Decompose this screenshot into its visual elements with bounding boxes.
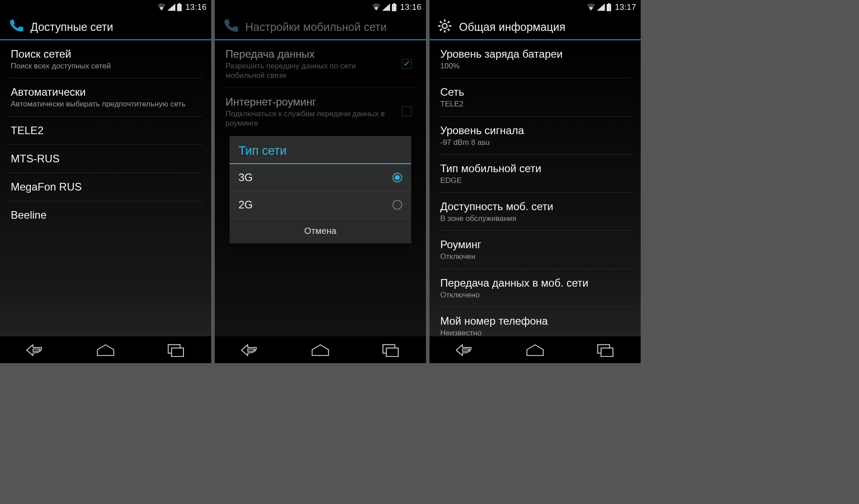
list-item-signal[interactable]: Уровень сигнала -97 dBm 8 asu: [438, 117, 632, 155]
page-title: Общая информация: [459, 21, 566, 34]
nav-bar: [430, 336, 641, 363]
page-title: Настройки мобильной сети: [245, 21, 387, 34]
item-title: Beeline: [11, 208, 199, 222]
home-button[interactable]: [302, 341, 338, 359]
item-subtitle: Отключено: [440, 290, 628, 300]
title-bar: Доступные сети: [0, 14, 211, 40]
back-button[interactable]: [17, 341, 53, 359]
list-item-auto[interactable]: Автоматически Автоматически выбирать пре…: [9, 78, 202, 116]
item-title: MegaFon RUS: [11, 180, 199, 194]
battery-icon: [177, 3, 182, 11]
item-subtitle: EDGE: [440, 176, 628, 185]
item-subtitle: Подключаться к службам передачи данных в…: [225, 109, 395, 128]
recent-button[interactable]: [158, 341, 194, 359]
phone-icon: [8, 18, 23, 35]
content-list[interactable]: Поиск сетей Поиск всех доступных сетей А…: [0, 40, 211, 336]
item-title: Интернет-роуминг: [225, 95, 395, 109]
item-subtitle: -97 dBm 8 asu: [440, 138, 628, 147]
nav-bar: [0, 336, 211, 363]
content-list: Передача данных Разрешить передачу данны…: [215, 40, 426, 336]
svg-rect-9: [607, 4, 611, 11]
list-item-tele2[interactable]: TELE2: [9, 117, 202, 145]
list-item-data[interactable]: Передача данных Разрешить передачу данны…: [224, 40, 417, 88]
home-button[interactable]: [517, 341, 553, 359]
clock-text: 13:16: [185, 3, 207, 12]
svg-line-18: [448, 21, 450, 23]
recent-button[interactable]: [587, 341, 623, 359]
page-title: Доступные сети: [30, 21, 113, 34]
list-item-availability[interactable]: Доступность моб. сети В зоне обслуживани…: [438, 193, 632, 231]
svg-line-17: [440, 29, 442, 31]
list-item-roaming[interactable]: Интернет-роуминг Подключаться к службам …: [224, 88, 417, 136]
back-button[interactable]: [232, 341, 268, 359]
svg-rect-0: [179, 3, 180, 4]
battery-icon: [607, 3, 611, 11]
wifi-icon: [157, 4, 166, 11]
item-subtitle: В зоне обслуживания: [440, 214, 628, 223]
item-subtitle: 100%: [440, 61, 628, 71]
item-subtitle: Разрешить передачу данных по сети мобиль…: [225, 61, 395, 80]
title-bar: Общая информация: [430, 14, 641, 40]
status-bar: 13:16: [215, 0, 426, 14]
checkbox[interactable]: [400, 105, 413, 118]
svg-rect-5: [392, 4, 396, 11]
title-bar: Настройки мобильной сети: [215, 14, 426, 40]
item-title: Уровень заряда батареи: [440, 47, 628, 61]
item-subtitle: Отключен: [440, 252, 628, 261]
clock-text: 13:16: [400, 3, 421, 12]
svg-rect-1: [177, 4, 182, 11]
wifi-icon: [372, 4, 380, 11]
item-title: Тип мобильной сети: [440, 162, 628, 175]
item-subtitle: Автоматически выбирать предпочтительную …: [11, 99, 199, 109]
phone-screen-general-info: 13:17 Общая информация Уровень заряда ба…: [430, 0, 641, 363]
item-title: MTS-RUS: [11, 152, 199, 165]
svg-line-16: [448, 29, 450, 31]
list-item-roaming[interactable]: Роуминг Отключен: [438, 231, 632, 269]
phone-screen-available-networks: 13:16 Доступные сети Поиск сетей Поиск в…: [0, 0, 211, 363]
svg-point-10: [442, 24, 447, 29]
item-title: Уровень сигнала: [440, 124, 628, 137]
wifi-icon: [587, 4, 595, 11]
content-list[interactable]: Уровень заряда батареи 100% Сеть TELE2 У…: [430, 40, 641, 336]
item-subtitle: Поиск всех доступных сетей: [11, 61, 199, 71]
item-title: Сеть: [440, 85, 628, 99]
item-subtitle: Неизвестно: [440, 328, 628, 336]
recent-button[interactable]: [373, 341, 408, 359]
checkbox[interactable]: [400, 57, 413, 71]
list-item-data[interactable]: Передача данных в моб. сети Отключено: [438, 269, 632, 307]
clock-text: 13:17: [615, 3, 636, 12]
home-button[interactable]: [88, 341, 123, 359]
phone-screen-mobile-network-settings: 13:16 Настройки мобильной сети Передача …: [215, 0, 426, 363]
list-item-network[interactable]: Сеть TELE2: [438, 78, 632, 116]
item-title: Передача данных: [225, 47, 395, 61]
item-title: Передача данных в моб. сети: [440, 276, 628, 290]
gear-icon: [438, 19, 452, 35]
signal-icon: [597, 4, 605, 11]
list-item-nettype[interactable]: Тип мобильной сети EDGE: [438, 155, 632, 193]
status-bar: 13:17: [430, 0, 641, 14]
list-item-phone-number[interactable]: Мой номер телефона Неизвестно: [438, 307, 632, 336]
item-title: TELE2: [11, 124, 199, 137]
list-item-megafon[interactable]: MegaFon RUS: [9, 173, 202, 201]
svg-rect-7: [387, 348, 399, 356]
item-title: Автоматически: [11, 85, 199, 99]
svg-rect-4: [393, 3, 395, 4]
back-button[interactable]: [447, 341, 483, 359]
svg-rect-3: [172, 348, 184, 356]
item-subtitle: TELE2: [440, 99, 628, 109]
list-item-search[interactable]: Поиск сетей Поиск всех доступных сетей: [9, 40, 202, 78]
list-item-beeline[interactable]: Beeline: [9, 201, 202, 229]
svg-rect-8: [608, 3, 610, 4]
item-title: Доступность моб. сети: [440, 200, 628, 213]
item-title: Мой номер телефона: [440, 314, 628, 328]
item-title: Поиск сетей: [11, 47, 199, 61]
phone-icon: [223, 18, 238, 35]
svg-rect-20: [601, 348, 613, 356]
list-item-mts[interactable]: MTS-RUS: [9, 145, 202, 173]
list-item-battery[interactable]: Уровень заряда батареи 100%: [438, 40, 632, 78]
signal-icon: [167, 4, 175, 11]
nav-bar: [215, 336, 426, 363]
signal-icon: [382, 4, 390, 11]
svg-line-15: [440, 21, 442, 23]
battery-icon: [392, 3, 396, 11]
